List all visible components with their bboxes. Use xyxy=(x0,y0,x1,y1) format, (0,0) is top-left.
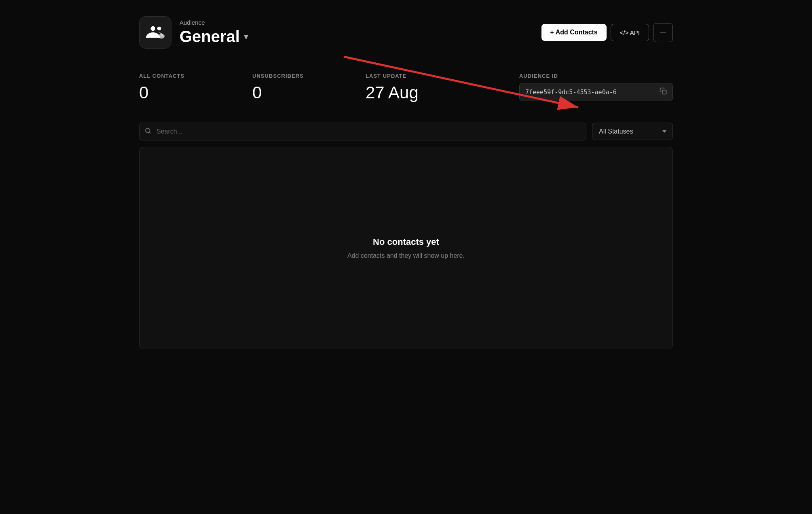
audience-id-text: 7feee59f-9dc5-4553-ae0a-6 xyxy=(525,89,656,96)
unsubscribers-value: 0 xyxy=(252,83,366,102)
search-icon xyxy=(145,127,151,136)
audience-name-heading: General xyxy=(180,28,240,46)
status-filter-select[interactable]: All Statuses Subscribed Unsubscribed Cle… xyxy=(592,123,673,140)
svg-rect-3 xyxy=(662,90,666,94)
empty-state-subtitle: Add contacts and they will show up here. xyxy=(347,252,465,259)
page-header: Audience General ▾ + Add Contacts </> AP… xyxy=(139,16,673,49)
contacts-table-container: No contacts yet Add contacts and they wi… xyxy=(139,147,673,349)
stat-audience-id: AUDIENCE ID 7feee59f-9dc5-4553-ae0a-6 xyxy=(519,73,673,101)
audience-id-value-box: 7feee59f-9dc5-4553-ae0a-6 xyxy=(519,83,673,101)
search-input[interactable] xyxy=(139,123,586,140)
header-title-block: Audience General ▾ xyxy=(180,19,248,46)
header-actions: + Add Contacts </> API ··· xyxy=(541,23,673,42)
stats-row: ALL CONTACTS 0 UNSUBSCRIBERS 0 LAST UPDA… xyxy=(139,73,673,102)
empty-state: No contacts yet Add contacts and they wi… xyxy=(347,237,465,259)
copy-icon[interactable] xyxy=(660,87,667,97)
stat-all-contacts: ALL CONTACTS 0 xyxy=(139,73,252,102)
svg-point-2 xyxy=(159,34,165,38)
empty-state-title: No contacts yet xyxy=(347,237,465,247)
all-contacts-label: ALL CONTACTS xyxy=(139,73,252,79)
audience-name-row: General ▾ xyxy=(180,28,248,46)
add-contacts-button[interactable]: + Add Contacts xyxy=(541,24,607,41)
all-contacts-value: 0 xyxy=(139,83,252,102)
header-left: Audience General ▾ xyxy=(139,16,248,49)
app-icon xyxy=(139,16,171,49)
stat-last-update: LAST UPDATE 27 Aug xyxy=(366,73,479,102)
audience-icon xyxy=(146,23,165,42)
filter-select-wrapper: All Statuses Subscribed Unsubscribed Cle… xyxy=(592,123,673,140)
svg-point-1 xyxy=(157,27,161,31)
audience-category-label: Audience xyxy=(180,19,248,26)
audience-id-label: AUDIENCE ID xyxy=(519,73,673,79)
stat-unsubscribers: UNSUBSCRIBERS 0 xyxy=(252,73,366,102)
unsubscribers-label: UNSUBSCRIBERS xyxy=(252,73,366,79)
api-button[interactable]: </> API xyxy=(611,24,649,41)
last-update-label: LAST UPDATE xyxy=(366,73,479,79)
more-options-button[interactable]: ··· xyxy=(653,23,673,42)
audience-dropdown-toggle[interactable]: ▾ xyxy=(244,32,248,42)
search-filter-row: All Statuses Subscribed Unsubscribed Cle… xyxy=(139,123,673,140)
last-update-value: 27 Aug xyxy=(366,83,479,102)
search-wrapper xyxy=(139,123,586,140)
svg-point-0 xyxy=(151,26,156,31)
svg-line-5 xyxy=(149,132,150,133)
